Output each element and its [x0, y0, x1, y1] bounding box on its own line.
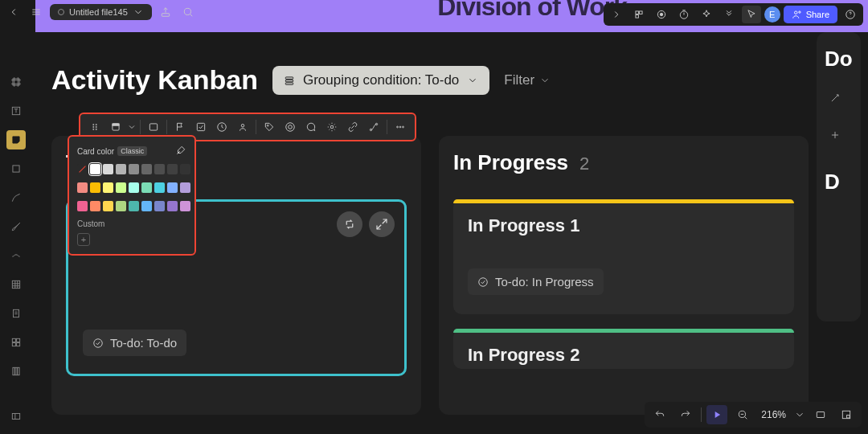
clock-button[interactable] [212, 117, 231, 137]
swatch[interactable] [180, 201, 190, 211]
connector-tool-icon[interactable] [6, 246, 26, 265]
export-button[interactable] [157, 3, 174, 21]
sparkle-icon[interactable] [697, 6, 716, 23]
custom-section-label: Custom [77, 219, 186, 228]
card-stripe [453, 199, 794, 203]
avatar[interactable]: E [764, 6, 780, 23]
drag-handle-icon[interactable] [85, 117, 104, 137]
zoom-dropdown[interactable] [794, 405, 805, 424]
help-icon[interactable] [841, 6, 860, 23]
frame-tool-icon[interactable] [6, 72, 26, 92]
swatch[interactable] [116, 201, 126, 211]
share-button[interactable]: Share [784, 6, 837, 23]
swatch[interactable] [116, 182, 126, 193]
swatch[interactable] [103, 182, 113, 193]
back-button[interactable] [5, 3, 23, 21]
swatch[interactable] [103, 164, 113, 174]
eyedropper-icon[interactable] [175, 145, 186, 158]
timer-icon[interactable] [674, 6, 694, 23]
sticky-tool-icon[interactable] [6, 130, 26, 149]
color-dropdown-icon[interactable] [127, 117, 137, 137]
swap-button[interactable] [337, 211, 362, 237]
pen-tool-icon[interactable] [6, 188, 26, 207]
present-button[interactable] [706, 405, 727, 424]
swatch[interactable] [167, 164, 178, 174]
swatch[interactable] [154, 201, 165, 211]
undo-button[interactable] [649, 405, 670, 424]
swatch[interactable] [167, 201, 178, 211]
tag-button[interactable] [260, 117, 279, 137]
column-inprogress: In Progress 2 In Progress 1 To-do: In Pr… [439, 136, 809, 415]
comment-button[interactable] [301, 117, 321, 137]
add-custom-color[interactable]: + [77, 233, 90, 246]
svg-rect-6 [636, 11, 639, 14]
swatch[interactable] [167, 182, 178, 193]
swatch[interactable] [90, 201, 100, 211]
filter-label: Filter [504, 72, 534, 88]
swatch[interactable] [103, 201, 113, 211]
swatch[interactable] [129, 182, 139, 193]
cover-button[interactable] [144, 117, 163, 137]
svg-point-67 [289, 125, 293, 129]
swatch[interactable] [90, 182, 100, 193]
link-button[interactable] [343, 117, 362, 137]
expand-button[interactable] [369, 211, 395, 237]
swatch-none[interactable] [77, 164, 88, 174]
search-button[interactable] [179, 3, 197, 21]
menu-button[interactable] [27, 3, 45, 21]
magic-tool-icon[interactable] [825, 88, 845, 108]
swatch[interactable] [180, 164, 190, 174]
card-inprogress-1[interactable]: In Progress 1 To-do: In Progress [453, 199, 794, 314]
card-inprogress-2[interactable]: In Progress 2 [453, 329, 794, 369]
tool-stack-icon[interactable] [629, 6, 649, 23]
svg-rect-39 [13, 367, 14, 375]
more-button[interactable] [391, 117, 410, 137]
record-icon[interactable] [652, 6, 671, 23]
text-tool-icon[interactable] [6, 101, 26, 121]
column-tool-icon[interactable] [6, 362, 26, 381]
shape-tool-icon[interactable] [6, 159, 26, 178]
grid-tool-icon[interactable] [6, 333, 26, 352]
target-button[interactable] [280, 117, 300, 137]
swatch[interactable] [129, 164, 139, 174]
svg-point-56 [96, 125, 96, 125]
settings-button[interactable] [322, 117, 342, 137]
swatch[interactable] [154, 164, 165, 174]
doc-tool-icon[interactable] [6, 304, 26, 323]
zoom-level[interactable]: 216% [758, 409, 789, 420]
expand-right-icon[interactable] [607, 6, 626, 23]
flag-button[interactable] [170, 117, 190, 137]
grouping-chip[interactable]: Grouping condition: To-do [272, 66, 489, 95]
svg-line-48 [377, 225, 381, 229]
swatch[interactable] [77, 182, 88, 193]
separator [256, 120, 256, 134]
card-color-button[interactable] [106, 117, 125, 137]
collapse-rail-icon[interactable] [6, 407, 26, 426]
swatch[interactable] [141, 182, 152, 193]
file-chip[interactable]: Untitled file145 [50, 4, 152, 20]
card-tag[interactable]: To-do: To-do [83, 330, 186, 356]
zoom-out-button[interactable] [732, 405, 753, 424]
card-tag[interactable]: To-do: In Progress [468, 268, 604, 295]
swatch[interactable] [141, 164, 152, 174]
swatch[interactable] [116, 164, 126, 174]
chevron-down-icon [133, 6, 144, 18]
cursor-icon[interactable] [742, 6, 761, 23]
swatch[interactable] [154, 182, 165, 193]
table-tool-icon[interactable] [6, 275, 26, 294]
add-icon[interactable] [825, 125, 845, 145]
assignee-button[interactable] [233, 117, 252, 137]
fit-button[interactable] [810, 405, 831, 424]
swatch[interactable] [90, 164, 100, 174]
swatch[interactable] [77, 201, 88, 211]
brush-tool-icon[interactable] [6, 217, 26, 236]
branch-button[interactable] [364, 117, 383, 137]
redo-button[interactable] [675, 405, 696, 424]
checkbox-button[interactable] [191, 117, 211, 137]
minimap-button[interactable] [836, 405, 857, 424]
more-chevrons-icon[interactable] [719, 6, 739, 23]
swatch[interactable] [141, 201, 152, 211]
swatch[interactable] [180, 182, 190, 193]
filter-chip[interactable]: Filter [504, 72, 551, 88]
swatch[interactable] [129, 201, 139, 211]
